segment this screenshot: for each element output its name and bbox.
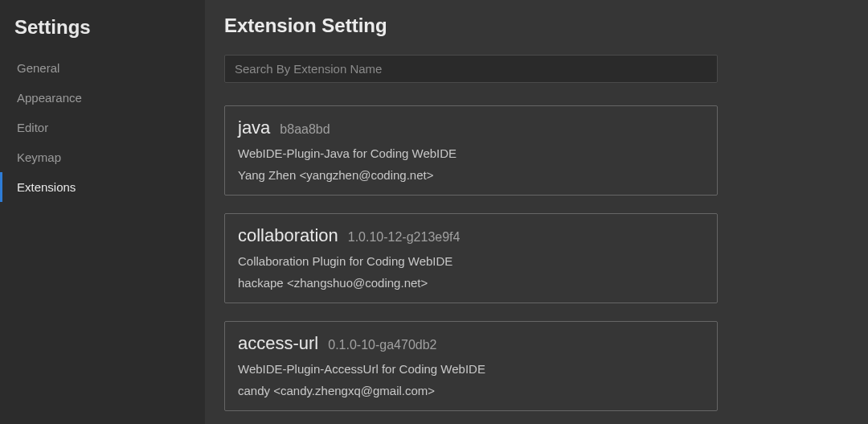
- extension-version: 0.1.0-10-ga470db2: [328, 338, 436, 352]
- sidebar-item-label: Extensions: [17, 180, 76, 194]
- extension-header: java b8aa8bd: [238, 117, 704, 138]
- extension-name: collaboration: [238, 225, 338, 246]
- sidebar-item-keymap[interactable]: Keymap: [0, 142, 205, 172]
- settings-sidebar: Settings General Appearance Editor Keyma…: [0, 0, 205, 424]
- sidebar-item-general[interactable]: General: [0, 53, 205, 83]
- sidebar-item-label: Keymap: [17, 150, 61, 164]
- extension-card[interactable]: access-url 0.1.0-10-ga470db2 WebIDE-Plug…: [224, 321, 718, 411]
- extension-header: collaboration 1.0.10-12-g213e9f4: [238, 225, 704, 246]
- sidebar-item-label: Appearance: [17, 91, 82, 105]
- main-content: Extension Setting java b8aa8bd WebIDE-Pl…: [205, 0, 868, 424]
- sidebar-title: Settings: [0, 11, 205, 53]
- page-title: Extension Setting: [224, 14, 849, 37]
- extension-author: hackape <zhangshuo@coding.net>: [238, 276, 704, 290]
- sidebar-item-label: Editor: [17, 121, 48, 134]
- extension-card[interactable]: java b8aa8bd WebIDE-Plugin-Java for Codi…: [224, 105, 718, 196]
- extension-version: 1.0.10-12-g213e9f4: [348, 230, 461, 245]
- extension-author: Yang Zhen <yangzhen@coding.net>: [238, 168, 704, 182]
- extension-card[interactable]: collaboration 1.0.10-12-g213e9f4 Collabo…: [224, 213, 718, 303]
- extension-name: java: [238, 117, 270, 138]
- extension-author: candy <candy.zhengxq@gmail.com>: [238, 384, 704, 397]
- extension-description: WebIDE-Plugin-AccessUrl for Coding WebID…: [238, 362, 704, 376]
- extension-name: access-url: [238, 333, 318, 354]
- extension-version: b8aa8bd: [280, 122, 330, 137]
- sidebar-item-extensions[interactable]: Extensions: [0, 172, 205, 202]
- extension-header: access-url 0.1.0-10-ga470db2: [238, 333, 704, 354]
- extension-description: Collaboration Plugin for Coding WebIDE: [238, 254, 704, 268]
- sidebar-item-appearance[interactable]: Appearance: [0, 83, 205, 113]
- sidebar-item-editor[interactable]: Editor: [0, 113, 205, 142]
- extension-description: WebIDE-Plugin-Java for Coding WebIDE: [238, 146, 704, 160]
- search-input[interactable]: [224, 55, 718, 83]
- sidebar-item-label: General: [17, 61, 59, 75]
